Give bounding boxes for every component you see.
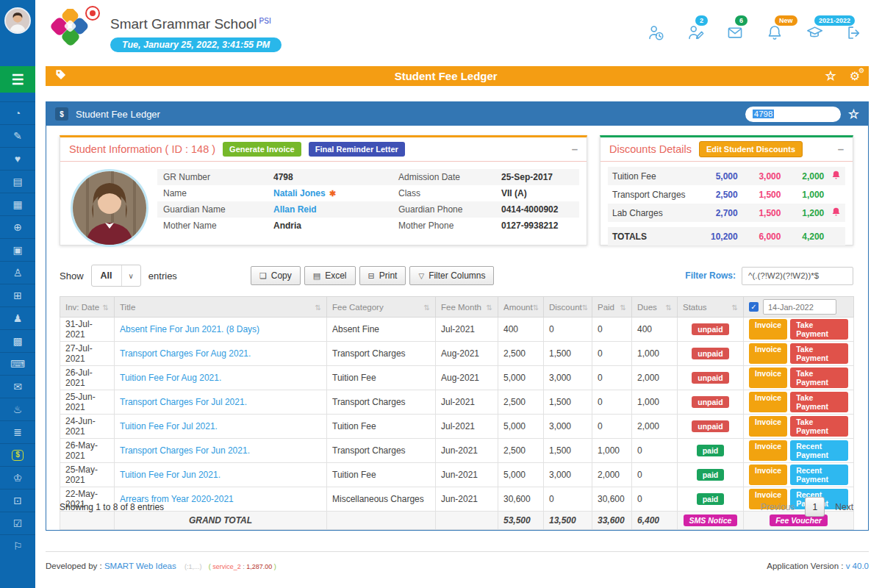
take-payment-button[interactable]: Take Payment — [790, 368, 848, 388]
status-badge[interactable]: unpaid — [692, 396, 728, 408]
reminder-bell-icon[interactable] — [824, 171, 841, 182]
reminder-bell-icon[interactable] — [824, 207, 841, 219]
column-label: Status — [683, 303, 707, 312]
invoice-button[interactable]: Invoice — [749, 368, 787, 388]
fee-title-link[interactable]: Absent Fine For Jun 2021. (8 Days) — [120, 324, 259, 334]
sidebar-item-students[interactable]: ♙ — [0, 261, 35, 284]
sidebar-item-library[interactable]: ≣ — [0, 420, 35, 443]
invoice-button[interactable]: Invoice — [749, 343, 787, 364]
page-number-button[interactable]: 1 — [805, 497, 825, 517]
copy-label: Copy — [271, 270, 292, 281]
sidebar-item-gallery[interactable]: ▩ — [0, 329, 35, 352]
student-info-grid: GR Number4798Admission Date25-Sep-2017Na… — [157, 169, 579, 247]
messages-mail-icon[interactable]: 6 — [726, 24, 744, 41]
status-badge[interactable]: unpaid — [692, 372, 728, 384]
fee-title-link[interactable]: Tuition Fee For Jul 2021. — [120, 421, 218, 431]
sidebar-item-staff[interactable]: ♟ — [0, 306, 35, 329]
sidebar-item-website[interactable]: ⊕ — [0, 215, 35, 238]
recent-payment-button[interactable]: Recent Payment — [790, 440, 848, 461]
edit-discounts-button[interactable]: Edit Student Discounts — [699, 141, 803, 157]
fee-title-link[interactable]: Transport Charges For Jun 2021. — [120, 445, 250, 456]
excel-button[interactable]: Excel — [304, 266, 356, 285]
notifications-bell-icon[interactable]: New — [766, 24, 784, 41]
date-filter-checkbox[interactable] — [749, 302, 759, 312]
title-cell: Tuition Fee For Aug 2021. — [115, 366, 327, 390]
fee-row: 27-Jul-2021Transport Charges For Aug 202… — [60, 342, 854, 366]
status-badge[interactable]: unpaid — [692, 420, 728, 432]
generate-invoice-button[interactable]: Generate Invoice — [223, 142, 301, 157]
dues-cell: 400 — [632, 318, 678, 342]
invoice-button[interactable]: Invoice — [749, 440, 787, 461]
take-payment-button[interactable]: Take Payment — [790, 392, 848, 412]
column-header-fee-month[interactable]: Fee Month — [436, 297, 498, 318]
recent-payment-button[interactable]: Recent Payment — [790, 465, 848, 485]
collapse-student-card-icon[interactable] — [572, 143, 578, 156]
sidebar-item-student-edit[interactable]: ✎ — [0, 124, 35, 147]
sidebar-item-fee-mail[interactable]: ✉ — [0, 375, 35, 398]
library-icon: ≣ — [13, 427, 22, 437]
logout-icon[interactable] — [845, 24, 863, 41]
company-link[interactable]: SMART Web Ideas — [104, 562, 176, 570]
attendance-user-clock-icon[interactable] — [647, 24, 664, 41]
invoice-button[interactable]: Invoice — [749, 392, 787, 412]
invoice-button[interactable]: Invoice — [749, 416, 787, 437]
filter-rows-input[interactable] — [742, 267, 853, 285]
status-badge[interactable]: paid — [697, 445, 725, 456]
column-header-inv-date[interactable]: Inv: Date — [60, 297, 115, 318]
sidebar-item-graduation[interactable]: ⚐ — [0, 534, 35, 557]
fee-title-link[interactable]: Transport Charges For Aug 2021. — [120, 348, 251, 359]
favorite-icon[interactable] — [825, 68, 836, 84]
copy-button[interactable]: Copy — [251, 266, 301, 285]
sidebar-item-fee-ledger[interactable]: $ — [0, 443, 35, 466]
status-badge[interactable]: unpaid — [692, 348, 728, 359]
previous-page-button[interactable]: Previous — [761, 502, 795, 512]
column-header-discount[interactable]: Discount — [544, 297, 592, 318]
final-reminder-button[interactable]: Final Reminder Letter — [309, 142, 405, 157]
fee-title-link[interactable]: Transport Charges For Jul 2021. — [120, 397, 247, 407]
sidebar-item-fee-collection[interactable]: ▤ — [0, 170, 35, 193]
field-value[interactable]: Allan Reid — [273, 204, 398, 215]
sidebar-item-exam-clipboard[interactable]: ▣ — [0, 238, 35, 261]
sidebar-item-attendance-calendar[interactable]: ⊞ — [0, 284, 35, 306]
totals-discount: 6,000 — [738, 232, 781, 242]
sidebar-item-dashboard[interactable]: ◔ — [0, 101, 35, 124]
settings-gears-icon[interactable] — [850, 69, 860, 83]
sidebar-item-computer-lab[interactable]: ⌨ — [0, 352, 35, 375]
fee-title-link[interactable]: Tuition Fee For Aug 2021. — [120, 373, 221, 383]
sidebar-item-id-card[interactable]: ▦ — [0, 193, 35, 215]
header-date-input[interactable] — [763, 299, 836, 315]
session-graduation-icon[interactable]: 2021-2022 — [806, 24, 823, 41]
next-page-button[interactable]: Next — [835, 502, 853, 512]
student-search-input[interactable]: 4798 — [745, 107, 841, 122]
take-payment-button[interactable]: Take Payment — [790, 319, 848, 340]
column-header-amount[interactable]: Amount — [498, 297, 544, 318]
column-header-title[interactable]: Title — [115, 297, 327, 318]
sidebar-item-homework-check[interactable]: ☑ — [0, 512, 35, 534]
fee-title-link[interactable]: Tuition Fee For Jun 2021. — [120, 470, 220, 480]
title-cell: Absent Fine For Jun 2021. (8 Days) — [115, 318, 327, 342]
sun-gear-icon — [329, 189, 336, 198]
sidebar-item-alumni[interactable]: ♔ — [0, 466, 35, 489]
collapse-discounts-card-icon[interactable] — [838, 143, 844, 156]
user-edit-icon[interactable]: 2 — [686, 24, 704, 41]
filter-button[interactable]: Filter Columns — [409, 266, 494, 285]
user-avatar[interactable] — [4, 7, 31, 34]
take-payment-button[interactable]: Take Payment — [790, 343, 848, 364]
column-header-paid[interactable]: Paid — [592, 297, 632, 318]
sidebar-item-student-health[interactable]: ♥ — [0, 147, 35, 170]
field-value[interactable]: Natali Jones — [273, 188, 398, 198]
invoice-button[interactable]: Invoice — [749, 319, 787, 340]
status-badge[interactable]: unpaid — [692, 323, 728, 335]
panel-favorite-icon[interactable] — [848, 107, 859, 122]
column-header-status[interactable]: Status — [678, 297, 744, 318]
menu-toggle[interactable] — [0, 66, 35, 93]
sidebar-item-certificates[interactable]: ⊡ — [0, 489, 35, 512]
column-header-fee-category[interactable]: Fee Category — [327, 297, 436, 318]
page-length-select[interactable]: All — [91, 265, 141, 287]
print-button[interactable]: Print — [359, 266, 406, 285]
sidebar-item-birthday[interactable]: ♨ — [0, 398, 35, 420]
take-payment-button[interactable]: Take Payment — [790, 416, 848, 437]
status-badge[interactable]: paid — [697, 469, 725, 481]
column-header-dues[interactable]: Dues — [632, 297, 678, 318]
invoice-button[interactable]: Invoice — [749, 465, 787, 485]
